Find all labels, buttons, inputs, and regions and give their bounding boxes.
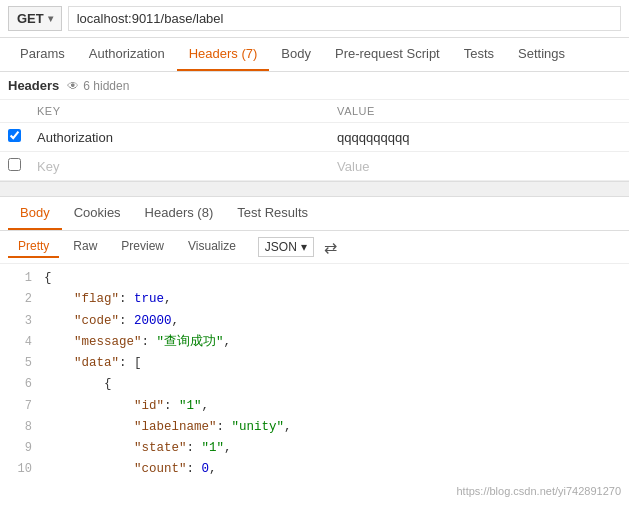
headers-label: Headers — [8, 78, 59, 93]
line-num-10: 10 — [8, 459, 32, 480]
json-content: 1 { 2 "flag": true, 3 "code": 20000, 4 "… — [0, 264, 629, 485]
format-preview[interactable]: Preview — [111, 236, 174, 258]
tab-settings[interactable]: Settings — [506, 38, 577, 71]
table-row: Authorization qqqqqqqqqq — [0, 123, 629, 152]
json-text-7: "id": "1", — [44, 396, 209, 417]
method-chevron: ▾ — [48, 13, 53, 24]
method-selector[interactable]: GET ▾ — [8, 6, 62, 31]
json-text-9: "state": "1", — [44, 438, 232, 459]
request-tabs: Params Authorization Headers (7) Body Pr… — [0, 38, 629, 72]
json-line-3: 3 "code": 20000, — [0, 311, 629, 332]
json-format-chevron: ▾ — [301, 240, 307, 254]
json-line-7: 7 "id": "1", — [0, 396, 629, 417]
watermark: https://blog.csdn.net/yi742891270 — [0, 485, 629, 501]
line-num-4: 4 — [8, 332, 32, 353]
json-line-8: 8 "labelname": "unity", — [0, 417, 629, 438]
format-raw[interactable]: Raw — [63, 236, 107, 258]
method-label: GET — [17, 11, 44, 26]
tab-tests[interactable]: Tests — [452, 38, 506, 71]
url-input[interactable] — [68, 6, 621, 31]
tab-response-body[interactable]: Body — [8, 197, 62, 230]
response-tabs: Body Cookies Headers (8) Test Results — [0, 197, 629, 231]
key-col-header: KEY — [29, 100, 329, 123]
json-text-3: "code": 20000, — [44, 311, 179, 332]
tab-authorization[interactable]: Authorization — [77, 38, 177, 71]
value-col-header: VALUE — [329, 100, 629, 123]
json-text-6: { — [44, 374, 112, 395]
response-separator — [0, 181, 629, 197]
tab-response-headers[interactable]: Headers (8) — [133, 197, 226, 230]
json-text-2: "flag": true, — [44, 289, 172, 310]
format-bar: Pretty Raw Preview Visualize JSON ▾ ⇄ — [0, 231, 629, 264]
json-line-1: 1 { — [0, 268, 629, 289]
json-text-5: "data": [ — [44, 353, 142, 374]
json-line-9: 9 "state": "1", — [0, 438, 629, 459]
tab-response-cookies[interactable]: Cookies — [62, 197, 133, 230]
json-line-10: 10 "count": 0, — [0, 459, 629, 480]
headers-table: KEY VALUE Authorization qqqqqqqqqq Key V… — [0, 100, 629, 181]
hidden-count: 6 hidden — [83, 79, 129, 93]
watermark-text: https://blog.csdn.net/yi742891270 — [456, 485, 621, 497]
row2-key[interactable]: Key — [29, 152, 329, 181]
line-num-9: 9 — [8, 438, 32, 459]
format-pretty[interactable]: Pretty — [8, 236, 59, 258]
row1-checkbox[interactable] — [8, 129, 21, 142]
row2-value[interactable]: Value — [329, 152, 629, 181]
tab-body[interactable]: Body — [269, 38, 323, 71]
table-row-placeholder: Key Value — [0, 152, 629, 181]
line-num-1: 1 — [8, 268, 32, 289]
headers-section: Headers 👁 6 hidden — [0, 72, 629, 100]
line-num-8: 8 — [8, 417, 32, 438]
line-num-2: 2 — [8, 289, 32, 310]
row2-checkbox-cell — [0, 152, 29, 181]
line-num-5: 5 — [8, 353, 32, 374]
checkbox-col-header — [0, 100, 29, 123]
wrap-icon[interactable]: ⇄ — [324, 238, 337, 257]
hidden-badge: 👁 6 hidden — [67, 79, 129, 93]
url-bar: GET ▾ — [0, 0, 629, 38]
row2-checkbox[interactable] — [8, 158, 21, 171]
line-num-7: 7 — [8, 396, 32, 417]
json-format-label: JSON — [265, 240, 297, 254]
eye-icon: 👁 — [67, 79, 79, 93]
json-line-2: 2 "flag": true, — [0, 289, 629, 310]
json-text-4: "message": "查询成功", — [44, 332, 231, 353]
json-line-5: 5 "data": [ — [0, 353, 629, 374]
row1-value[interactable]: qqqqqqqqqq — [329, 123, 629, 152]
json-format-selector[interactable]: JSON ▾ — [258, 237, 314, 257]
tab-params[interactable]: Params — [8, 38, 77, 71]
tab-pre-request[interactable]: Pre-request Script — [323, 38, 452, 71]
json-line-4: 4 "message": "查询成功", — [0, 332, 629, 353]
json-text-8: "labelname": "unity", — [44, 417, 292, 438]
json-text-10: "count": 0, — [44, 459, 217, 480]
format-visualize[interactable]: Visualize — [178, 236, 246, 258]
row1-checkbox-cell — [0, 123, 29, 152]
json-line-6: 6 { — [0, 374, 629, 395]
line-num-3: 3 — [8, 311, 32, 332]
line-num-6: 6 — [8, 374, 32, 395]
json-text-1: { — [44, 268, 52, 289]
tab-headers[interactable]: Headers (7) — [177, 38, 270, 71]
tab-response-test-results[interactable]: Test Results — [225, 197, 320, 230]
row1-key[interactable]: Authorization — [29, 123, 329, 152]
